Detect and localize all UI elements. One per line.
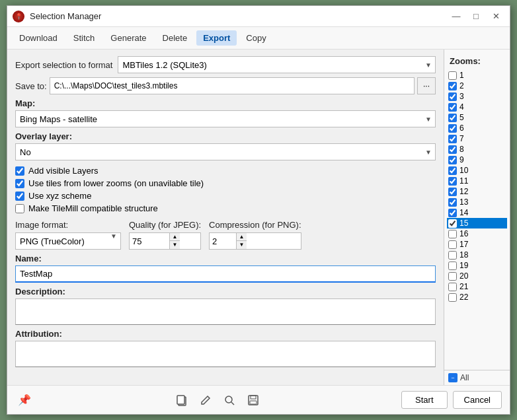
zoom-checkbox-19[interactable]: [448, 262, 457, 270]
cb-xyz-label: Use xyz scheme: [28, 191, 91, 201]
zoom-item-21[interactable]: 21: [447, 281, 507, 292]
zoom-item-7[interactable]: 7: [447, 133, 507, 144]
zoom-checkbox-2[interactable]: [448, 82, 457, 90]
copy-files-button[interactable]: [173, 391, 191, 409]
map-select[interactable]: Bing Maps - satellite: [15, 110, 436, 127]
zoom-checkbox-3[interactable]: [448, 92, 457, 101]
zoom-item-8[interactable]: 8: [447, 144, 507, 155]
minimize-button[interactable]: —: [448, 10, 465, 23]
tab-download[interactable]: Download: [13, 30, 64, 46]
all-button[interactable]: − All: [448, 373, 506, 382]
cb-lower-zooms[interactable]: [15, 179, 24, 188]
quality-up-button[interactable]: ▲: [169, 233, 180, 241]
overlay-select[interactable]: No: [15, 143, 436, 160]
zoom-checkbox-8[interactable]: [448, 145, 457, 154]
tab-export[interactable]: Export: [196, 30, 237, 46]
attribution-input[interactable]: [15, 341, 436, 367]
zoom-item-2[interactable]: 2: [447, 81, 507, 91]
zoom-label-22: 22: [459, 293, 468, 302]
compression-label: Compression (for PNG):: [209, 220, 301, 230]
close-button[interactable]: ✕: [487, 10, 504, 23]
zoom-item-19[interactable]: 19: [447, 260, 507, 271]
description-section: Description:: [15, 287, 436, 325]
zoom-checkbox-10[interactable]: [448, 166, 457, 175]
zoom-checkbox-17[interactable]: [448, 240, 457, 249]
start-button[interactable]: Start: [401, 391, 447, 409]
zoom-label-21: 21: [459, 282, 468, 291]
zoom-checkbox-13[interactable]: [448, 198, 457, 207]
tab-generate[interactable]: Generate: [104, 30, 153, 46]
pin-button[interactable]: 📌: [15, 391, 34, 409]
zoom-checkbox-12[interactable]: [448, 188, 457, 196]
zoom-item-11[interactable]: 11: [447, 176, 507, 186]
zoom-item-1[interactable]: 1: [447, 70, 507, 81]
name-input[interactable]: [15, 265, 436, 283]
map-label: Map:: [15, 98, 436, 108]
zoom-item-12[interactable]: 12: [447, 186, 507, 197]
zoom-checkbox-14[interactable]: [448, 209, 457, 217]
zoom-item-17[interactable]: 17: [447, 239, 507, 250]
zoom-item-6[interactable]: 6: [447, 123, 507, 133]
zoom-label-11: 11: [459, 176, 468, 186]
save-button[interactable]: [244, 391, 262, 409]
zoom-item-15[interactable]: 15: [447, 218, 507, 228]
zoom-checkbox-18[interactable]: [448, 251, 457, 260]
cb-xyz[interactable]: [15, 192, 24, 201]
zoom-checkbox-22[interactable]: [448, 293, 457, 302]
cb-add-visible-row: Add visible Layers: [15, 166, 436, 176]
zoom-checkbox-7[interactable]: [448, 135, 457, 143]
image-format-label: Image format:: [15, 220, 121, 230]
zoom-checkbox-1[interactable]: [448, 71, 457, 80]
zoom-checkbox-5[interactable]: [448, 114, 457, 122]
quality-down-button[interactable]: ▼: [169, 241, 180, 249]
image-format-select[interactable]: PNG (TrueColor)JPEGPNG (8-bit): [15, 232, 121, 250]
zoom-item-16[interactable]: 16: [447, 228, 507, 239]
zoom-checkbox-11[interactable]: [448, 177, 457, 186]
zoom-checkbox-21[interactable]: [448, 283, 457, 291]
export-format-select[interactable]: MBTiles 1.2 (SQLite3): [118, 56, 436, 73]
zoom-button[interactable]: [220, 391, 239, 409]
cb-tilemill[interactable]: [15, 204, 24, 213]
zoom-checkbox-9[interactable]: [448, 156, 457, 164]
zoom-checkbox-6[interactable]: [448, 124, 457, 133]
tab-delete[interactable]: Delete: [156, 30, 194, 46]
tab-copy[interactable]: Copy: [239, 30, 272, 46]
zoom-checkbox-20[interactable]: [448, 272, 457, 281]
zoom-item-14[interactable]: 14: [447, 207, 507, 218]
save-to-input[interactable]: [50, 77, 415, 94]
content-area: Export selection to format MBTiles 1.2 (…: [7, 50, 510, 385]
zoom-item-9[interactable]: 9: [447, 155, 507, 165]
zooms-header: Zooms:: [444, 50, 510, 69]
compression-down-button[interactable]: ▼: [236, 241, 247, 249]
tab-stitch[interactable]: Stitch: [67, 30, 102, 46]
browse-button[interactable]: ···: [417, 77, 436, 94]
attribution-section: Attribution:: [15, 329, 436, 367]
compression-input[interactable]: [210, 233, 236, 249]
zoom-item-5[interactable]: 5: [447, 112, 507, 123]
maximize-button[interactable]: □: [467, 10, 485, 23]
zoom-item-13[interactable]: 13: [447, 197, 507, 207]
zoom-item-18[interactable]: 18: [447, 250, 507, 260]
magnifier-icon: [223, 394, 236, 407]
selection-manager-window: 📍 Selection Manager — □ ✕ Download Stitc…: [7, 5, 510, 415]
zoom-label-10: 10: [459, 166, 468, 175]
zoom-label-19: 19: [459, 261, 468, 270]
zoom-item-3[interactable]: 3: [447, 91, 507, 102]
zoom-checkbox-15[interactable]: [448, 219, 457, 228]
cancel-button[interactable]: Cancel: [453, 391, 502, 409]
cb-add-visible-label: Add visible Layers: [28, 166, 99, 176]
zoom-checkbox-4[interactable]: [448, 103, 457, 112]
zoom-item-22[interactable]: 22: [447, 292, 507, 302]
format-quality-compression-row: Image format: PNG (TrueColor)JPEGPNG (8-…: [15, 220, 436, 250]
edit-button[interactable]: [196, 391, 215, 409]
compression-up-button[interactable]: ▲: [236, 233, 247, 241]
quality-input[interactable]: [130, 233, 169, 249]
svg-rect-6: [250, 401, 257, 404]
cb-add-visible[interactable]: [15, 166, 24, 176]
zoom-item-4[interactable]: 4: [447, 102, 507, 112]
zoom-checkbox-16[interactable]: [448, 230, 457, 238]
zoom-item-10[interactable]: 10: [447, 165, 507, 176]
zoom-item-20[interactable]: 20: [447, 271, 507, 281]
status-icons: [34, 391, 401, 409]
desc-input[interactable]: [15, 298, 436, 325]
